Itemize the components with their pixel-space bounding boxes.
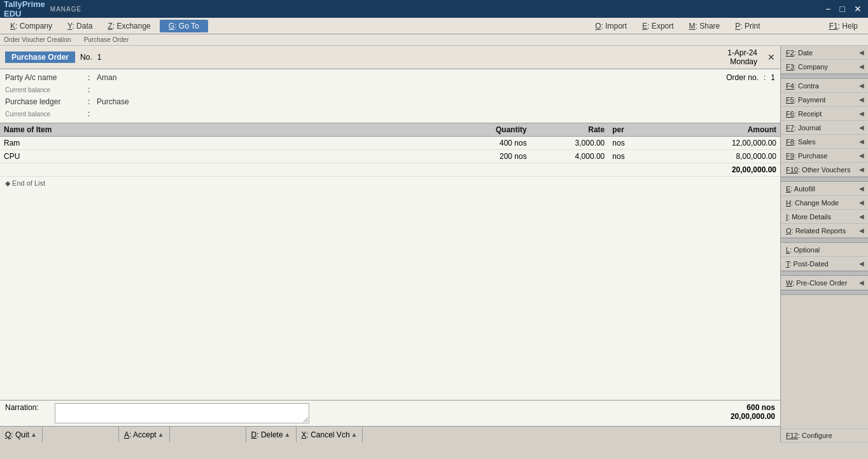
order-no-label: Order no. (726, 73, 759, 82)
form-header: Purchase Order No. 1 1-Apr-24 Monday ✕ (0, 46, 780, 69)
form-title-row: Purchase Order No. 1 1-Apr-24 Monday ✕ (5, 48, 775, 66)
f3-company-button[interactable]: F3: Company ◀ (781, 60, 868, 74)
manage-label: MANAGE (50, 6, 81, 13)
menu-share[interactable]: M: Share (683, 20, 727, 32)
total-qty: 600 nos (731, 403, 775, 412)
form-day: Monday (727, 57, 757, 66)
divider-4 (781, 271, 868, 276)
change-mode-button[interactable]: H: Change Mode ◀ (781, 196, 868, 210)
divider-5 (781, 290, 868, 295)
form-title-tag: Purchase Order (5, 51, 75, 63)
col-per: per (608, 123, 647, 137)
party-name-value: Aman (97, 73, 116, 82)
col-amount: Amount (648, 123, 780, 137)
purchase-ledger-value: Purchase (97, 97, 129, 106)
menu-goto[interactable]: G: Go To (160, 20, 208, 32)
quit-button[interactable]: Q: Quit ▲ (0, 427, 43, 442)
item-per-0: nos (608, 137, 647, 150)
title-bar: TallyPrime EDU MANAGE − □ ✕ (0, 0, 868, 18)
main-layout: Purchase Order No. 1 1-Apr-24 Monday ✕ (0, 46, 868, 442)
form-date: 1-Apr-24 Monday (727, 48, 757, 66)
app-name-bottom: EDU (4, 9, 21, 18)
menu-bar: K: Company Y: Data Z: Exchange G: Go To … (0, 18, 868, 34)
form-no-label: No. (80, 53, 92, 62)
end-of-list: ◆ End of List (0, 177, 780, 190)
col-quantity: Quantity (429, 123, 530, 137)
total-amount: 20,00,000.00 (731, 412, 775, 421)
autofill-button[interactable]: E: Autofill ◀ (781, 182, 868, 196)
table-row: CPU 200 nos 4,000.00 nos 8,00,000.00 (0, 150, 780, 163)
narration-input[interactable] (55, 403, 309, 423)
menu-export[interactable]: E: Export (636, 20, 680, 32)
f7-journal-button[interactable]: F7: Journal ◀ (781, 121, 868, 135)
menu-help[interactable]: F1: Help (823, 20, 864, 32)
breadcrumb: Order Voucher Creation Purchase Order (0, 34, 868, 46)
f10-other-vouchers-button[interactable]: F10: Other Vouchers ◀ (781, 163, 868, 177)
content-inner: Purchase Order No. 1 1-Apr-24 Monday ✕ (0, 46, 780, 442)
narration-label: Narration: (5, 403, 50, 412)
minimize-button[interactable]: − (823, 4, 833, 14)
menu-company[interactable]: K: Company (4, 20, 59, 32)
menu-data[interactable]: Y: Data (61, 20, 99, 32)
narration-section: Narration: 600 nos 20,00,000.00 (0, 400, 780, 426)
accept-button[interactable]: A: Accept ▲ (119, 427, 170, 442)
table-row: Ram 400 nos 3,000.00 nos 12,00,000.00 (0, 137, 780, 150)
spacer-btn-1 (43, 427, 119, 442)
item-qty-0: 400 nos (429, 137, 530, 150)
post-dated-button[interactable]: T: Post-Dated ◀ (781, 257, 868, 271)
col-name: Name of Item (0, 123, 429, 137)
items-table-container: Name of Item Quantity Rate per Amount Ra… (0, 123, 780, 261)
item-amount-1: 8,00,000.00 (648, 150, 780, 163)
menu-import[interactable]: O: Import (589, 20, 633, 32)
pre-close-order-button[interactable]: W: Pre-Close Order ◀ (781, 276, 868, 290)
form-number: 1 (97, 53, 102, 62)
purchase-current-balance-row: Current balance : (5, 108, 775, 120)
item-name-1: CPU (0, 150, 429, 163)
app-name-top: TallyPrime (4, 0, 45, 9)
right-panel: F2: Date ◀ F3: Company ◀ F4: Contra ◀ F5… (780, 46, 868, 442)
divider-2 (781, 177, 868, 182)
f12-configure-button[interactable]: F12: Configure (781, 428, 868, 442)
form-title-left: Purchase Order No. 1 (5, 51, 101, 63)
maximize-button[interactable]: □ (837, 4, 848, 14)
related-reports-button[interactable]: Q: Related Reports ◀ (781, 224, 868, 238)
item-amount-0: 12,00,000.00 (648, 137, 780, 150)
order-no-value: 1 (771, 73, 775, 82)
bottom-bar: Q: Quit ▲ A: Accept ▲ D: Delete ▲ X: Can… (0, 426, 780, 442)
f5-payment-button[interactable]: F5: Payment ◀ (781, 93, 868, 107)
f6-receipt-button[interactable]: F6: Receipt ◀ (781, 107, 868, 121)
item-rate-0: 3,000.00 (531, 137, 609, 150)
party-section: Party A/c name : Aman Order no. : 1 Curr… (0, 69, 780, 123)
f2-date-button[interactable]: F2: Date ◀ (781, 46, 868, 60)
purchase-ledger-row: Purchase ledger : Purchase (5, 96, 775, 107)
f4-contra-button[interactable]: F4: Contra ◀ (781, 79, 868, 93)
table-body: Ram 400 nos 3,000.00 nos 12,00,000.00 CP… (0, 137, 780, 177)
item-per-1: nos (608, 150, 647, 163)
app-branding: TallyPrime EDU (4, 0, 45, 18)
content-area: Purchase Order No. 1 1-Apr-24 Monday ✕ (0, 46, 780, 442)
divider-1 (781, 74, 868, 79)
more-details-button[interactable]: I: More Details ◀ (781, 210, 868, 224)
form-date-value: 1-Apr-24 (727, 48, 757, 57)
breadcrumb-left: Order Voucher Creation (4, 36, 71, 43)
menu-exchange[interactable]: Z: Exchange (101, 20, 157, 32)
form-close-button[interactable]: ✕ (767, 52, 775, 62)
optional-button[interactable]: L: Optional (781, 243, 868, 257)
f8-sales-button[interactable]: F8: Sales ◀ (781, 135, 868, 149)
f9-purchase-button[interactable]: F9: Purchase ◀ (781, 149, 868, 163)
close-window-button[interactable]: ✕ (851, 4, 864, 14)
item-rate-1: 4,000.00 (531, 150, 609, 163)
delete-button[interactable]: D: Delete ▲ (246, 427, 297, 442)
menu-print[interactable]: P: Print (729, 20, 766, 32)
title-controls: − □ ✕ (823, 4, 864, 14)
purchase-ledger-label: Purchase ledger (5, 97, 88, 106)
item-name-0: Ram (0, 137, 429, 150)
narration-totals: 600 nos 20,00,000.00 (731, 403, 775, 421)
current-balance-label: Current balance (5, 86, 88, 93)
party-name-row: Party A/c name : Aman Order no. : 1 (5, 72, 775, 83)
items-table: Name of Item Quantity Rate per Amount Ra… (0, 123, 780, 177)
item-qty-1: 200 nos (429, 150, 530, 163)
cancel-vch-button[interactable]: X: Cancel Vch ▲ (297, 427, 363, 442)
divider-3 (781, 238, 868, 243)
current-balance-row: Current balance : (5, 84, 775, 95)
